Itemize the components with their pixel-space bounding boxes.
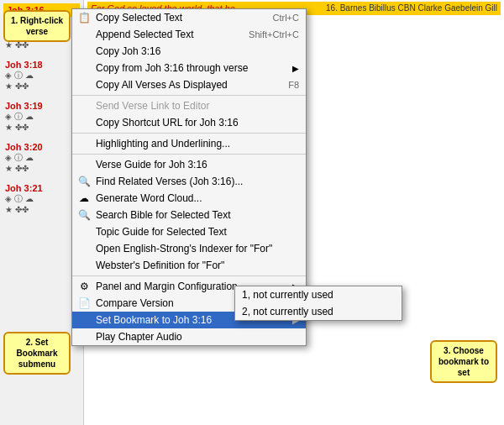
shortcut-copy-all: F8 <box>288 80 299 90</box>
menu-copy-shortcut[interactable]: Copy Shortcut URL for Joh 3:16 <box>72 114 306 131</box>
shortcut-copy: Ctrl+C <box>273 13 299 23</box>
verse-row-3-20: Joh 3:20 ◈ ⓘ ☁ ★ ✤✤ <box>3 140 80 175</box>
menu-find-related[interactable]: 🔍 Find Related Verses (Joh 3:16)... <box>72 173 306 190</box>
menu-append-label: Append Selected Text <box>96 29 194 40</box>
bookmark-2-label: 2, not currently used <box>242 306 333 317</box>
verse-ref-3-19: Joh 3:19 <box>5 101 78 111</box>
verse-icons-3-18: ◈ ⓘ ☁ <box>5 70 78 81</box>
gear-icon: ⚙ <box>76 281 92 292</box>
verse-star-3-21: ★ ✤✤ <box>5 205 78 214</box>
menu-copy-all[interactable]: Copy All Verses As Displayed F8 <box>72 76 306 93</box>
verse-row-3-21: Joh 3:21 ◈ ⓘ ☁ ★ ✤✤ <box>3 181 80 216</box>
verse-star-3-20: ★ ✤✤ <box>5 164 78 173</box>
annotation-choose-bookmark: 3. Choose bookmark to set <box>430 340 497 383</box>
menu-strongs-label: Open English-Strong's Indexer for "For" <box>96 243 272 254</box>
verse-star-3-19: ★ ✤✤ <box>5 123 78 132</box>
separator-3 <box>72 154 306 155</box>
verse-icons-3-20: ◈ ⓘ ☁ <box>5 152 78 164</box>
menu-websters-label: Webster's Definition for "For" <box>96 260 224 271</box>
bookmark-option-1[interactable]: 1, not currently used <box>235 286 402 303</box>
separator-2 <box>72 133 306 134</box>
menu-topic-guide[interactable]: Topic Guide for Selected Text <box>72 223 306 240</box>
menu-append-selected[interactable]: Append Selected Text Shift+Ctrl+C <box>72 26 306 43</box>
menu-word-cloud-label: Generate Word Cloud... <box>96 192 202 204</box>
word-cloud-icon: ☁ <box>76 192 92 204</box>
verse-ref-3-21: Joh 3:21 <box>5 183 78 193</box>
menu-send-verse-link: Send Verse Link to Editor <box>72 97 306 114</box>
commentary-count: 16. Barnes Bibillus CBN Clarke Gaebelein… <box>326 3 497 13</box>
menu-websters[interactable]: Webster's Definition for "For" <box>72 257 306 274</box>
find-related-icon: 🔍 <box>76 176 92 187</box>
verse-icons-3-21: ◈ ⓘ ☁ <box>5 193 78 205</box>
menu-find-related-label: Find Related Verses (Joh 3:16)... <box>96 176 243 187</box>
bookmark-option-2[interactable]: 2, not currently used <box>235 303 402 320</box>
menu-highlighting-label: Highlighting and Underlining... <box>96 138 230 150</box>
menu-verse-guide[interactable]: Verse Guide for Joh 3:16 <box>72 156 306 173</box>
menu-panel-margin-label: Panel and Margin Configuration <box>96 281 238 292</box>
menu-copy-from[interactable]: Copy from Joh 3:16 through verse ▶ <box>72 60 306 76</box>
menu-open-strongs[interactable]: Open English-Strong's Indexer for "For" <box>72 240 306 257</box>
annotation-right-click: 1. Right-click verse <box>3 10 71 42</box>
annotation-set-bookmark: 2. Set Bookmark submenu <box>3 332 71 375</box>
menu-copy-all-label: Copy All Verses As Displayed <box>96 79 228 91</box>
menu-search-bible[interactable]: 🔍 Search Bible for Selected Text <box>72 207 306 223</box>
menu-copy-selected-label: Copy Selected Text <box>96 12 182 24</box>
separator-4 <box>72 275 306 276</box>
bookmark-submenu: 1, not currently used 2, not currently u… <box>234 286 402 321</box>
menu-compare-version-label: Compare Version <box>96 297 174 309</box>
copy-icon: 📋 <box>76 12 92 24</box>
compare-icon: 📄 <box>76 297 92 309</box>
menu-copy-from-label: Copy from Joh 3:16 through verse <box>96 62 248 74</box>
menu-search-bible-label: Search Bible for Selected Text <box>96 209 231 221</box>
annotation-1-text: 1. Right-click verse <box>11 16 63 36</box>
menu-copy-shortcut-label: Copy Shortcut URL for Joh 3:16 <box>96 117 239 129</box>
annotation-2-text: 2. Set Bookmark submenu <box>17 338 58 369</box>
verse-row-3-19: Joh 3:19 ◈ ⓘ ☁ ★ ✤✤ <box>3 99 80 134</box>
menu-copy-selected[interactable]: 📋 Copy Selected Text Ctrl+C <box>72 9 306 26</box>
menu-send-link-label: Send Verse Link to Editor <box>96 100 209 112</box>
shortcut-append: Shift+Ctrl+C <box>249 29 299 39</box>
menu-word-cloud[interactable]: ☁ Generate Word Cloud... <box>72 190 306 207</box>
verse-icons-3-19: ◈ ⓘ ☁ <box>5 111 78 123</box>
bookmark-1-label: 1, not currently used <box>242 289 333 301</box>
menu-play-chapter[interactable]: Play Chapter Audio <box>72 328 306 345</box>
search-bible-icon: 🔍 <box>76 209 92 221</box>
verse-ref-3-18: Joh 3:18 <box>5 60 78 70</box>
menu-highlighting[interactable]: Highlighting and Underlining... <box>72 135 306 152</box>
menu-copy-joh316[interactable]: Copy Joh 3:16 <box>72 43 306 60</box>
menu-play-label: Play Chapter Audio <box>96 331 182 343</box>
verse-ref-3-20: Joh 3:20 <box>5 142 78 152</box>
verse-row-3-18: Joh 3:18 ◈ ⓘ ☁ ★ ✤✤ <box>3 58 80 92</box>
menu-verse-guide-label: Verse Guide for Joh 3:16 <box>96 159 207 171</box>
menu-set-bookmark-label: Set Bookmark to Joh 3:16 <box>96 314 212 326</box>
arrow-copy-from: ▶ <box>292 64 299 73</box>
menu-topic-guide-label: Topic Guide for Selected Text <box>96 226 227 238</box>
annotation-3-text: 3. Choose bookmark to set <box>438 346 489 377</box>
menu-copy-joh-label: Copy Joh 3:16 <box>96 45 160 57</box>
separator-1 <box>72 95 306 96</box>
verse-star-3-18: ★ ✤✤ <box>5 81 78 91</box>
